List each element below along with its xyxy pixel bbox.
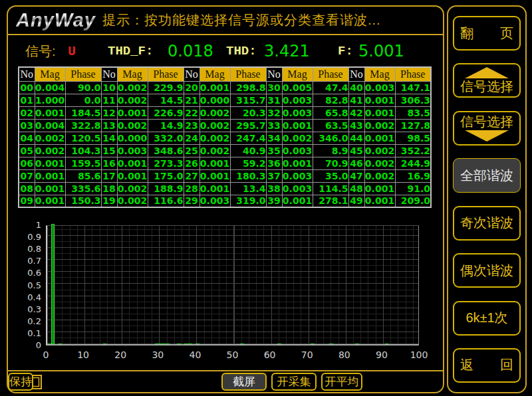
harmonic-no-cell: 21	[184, 94, 200, 106]
harmonic-phase-cell: 70.9	[313, 157, 348, 169]
table-header-row: NoMagPhaseNoMagPhaseNoMagPhaseNoMagPhase…	[19, 67, 431, 81]
harmonic-mag-cell: 0.001	[35, 195, 65, 207]
harmonic-bar	[240, 344, 244, 344]
harmonic-phase-cell: 16.9	[395, 169, 431, 182]
harmonic-mag-cell: 0.001	[282, 157, 313, 169]
col-header-mag: Mag	[282, 67, 313, 81]
harmonic-phase-cell: 59.2	[230, 157, 266, 169]
harmonic-mag-cell: 0.004	[35, 81, 65, 94]
signal-select-down-button[interactable]: 信号选择	[453, 111, 521, 146]
return-button[interactable]: 返 回	[453, 348, 521, 383]
y-axis-tick-label: 0.3	[13, 304, 41, 314]
page-flip-button[interactable]: 翻 页	[453, 16, 521, 50]
arrow-up-icon	[465, 67, 509, 78]
bottom-bar: 截屏开采集开平均保持	[8, 370, 443, 392]
harmonic-phase-cell: 98.5	[395, 132, 431, 144]
table-row: 020.001184.5120.001226.9220.00220.3320.0…	[19, 106, 431, 119]
harmonic-bar	[355, 344, 359, 344]
harmonic-mag-cell: 0.001	[200, 169, 230, 182]
col-header-mag: Mag	[200, 67, 230, 81]
col-header-phase: Phase	[230, 67, 266, 81]
main-panel: AnyWay 提示：按功能键选择信号源或分类查看谐波... 信号: U THD_…	[7, 5, 444, 393]
harmonic-no-cell: 15	[101, 144, 117, 157]
harmonic-no-cell: 41	[348, 94, 364, 106]
harmonic-no-cell: 42	[348, 106, 364, 119]
harmonic-no-cell: 40	[348, 81, 364, 94]
harmonic-phase-cell: 273.3	[148, 157, 184, 169]
y-axis-tick-label: 0.5	[13, 280, 41, 290]
odd-harmonics-button[interactable]: 奇次谐波	[453, 206, 521, 241]
harmonic-mag-cell: 0.002	[364, 144, 395, 157]
x-axis-tick-label: 50	[221, 349, 245, 360]
harmonic-no-cell: 13	[101, 119, 117, 132]
harmonic-phase-cell: 229.9	[148, 81, 184, 94]
harmonic-mag-cell: 0.002	[35, 144, 65, 157]
harmonic-mag-cell: 0.000	[200, 94, 230, 106]
harmonic-no-cell: 02	[19, 106, 35, 119]
harmonic-phase-cell: 65.8	[313, 106, 348, 119]
harmonic-phase-cell: 352.2	[395, 144, 431, 157]
harmonic-bar	[184, 344, 188, 344]
6k-plus-minus-1-button[interactable]: 6k±1次	[453, 301, 521, 336]
harmonic-mag-cell: 0.001	[117, 106, 148, 119]
harmonic-no-cell: 10	[101, 81, 117, 94]
harmonic-mag-cell: 0.002	[200, 106, 230, 119]
harmonic-bar	[158, 344, 162, 344]
button-label: 信号选择	[460, 80, 513, 94]
harmonic-mag-cell: 0.002	[200, 144, 230, 157]
harmonic-no-cell: 16	[101, 157, 117, 169]
harmonic-mag-cell: 0.002	[282, 132, 313, 144]
harmonic-no-cell: 28	[184, 182, 200, 195]
x-axis-tick-label: 90	[370, 349, 394, 360]
harmonic-mag-cell: 0.002	[200, 119, 230, 132]
thdf-value: 0.018	[168, 42, 213, 60]
start-acquisition-button[interactable]: 开采集	[271, 373, 317, 391]
harmonic-mag-cell: 0.001	[200, 81, 230, 94]
x-axis-tick-label: 40	[183, 349, 207, 360]
col-header-phase: Phase	[313, 67, 348, 81]
all-harmonics-button[interactable]: 全部谐波	[453, 158, 521, 193]
col-header-mag: Mag	[35, 67, 65, 81]
harmonic-phase-cell: 47.4	[313, 81, 348, 94]
hold-button[interactable]: 保持	[8, 373, 33, 391]
harmonic-phase-cell: 184.5	[65, 106, 101, 119]
hint-text: 提示：按功能键选择信号源或分类查看谐波...	[102, 11, 381, 29]
screenshot-button[interactable]: 截屏	[221, 373, 267, 391]
button-label: 信号选择	[460, 115, 513, 129]
start-averaging-button[interactable]: 开平均	[321, 373, 362, 391]
harmonic-mag-cell: 0.002	[364, 119, 395, 132]
harmonic-mag-cell: 0.001	[282, 119, 313, 132]
signal-label: 信号:	[25, 43, 56, 60]
harmonic-mag-cell: 0.003	[117, 144, 148, 157]
harmonic-mag-cell: 0.002	[117, 182, 148, 195]
harmonic-phase-cell: 319.0	[230, 195, 266, 207]
harmonic-phase-cell: 322.8	[65, 119, 101, 132]
y-axis-tick-label: 0	[13, 340, 41, 350]
harmonic-no-cell: 00	[19, 81, 35, 94]
x-axis-tick-label: 70	[295, 349, 319, 360]
harmonic-bar	[277, 344, 281, 344]
harmonic-no-cell: 23	[184, 119, 200, 132]
harmonic-phase-cell: 40.9	[230, 144, 266, 157]
harmonic-phase-cell: 14.9	[148, 119, 184, 132]
harmonic-bar	[51, 224, 55, 344]
harmonic-mag-cell: 0.001	[364, 106, 395, 119]
harmonic-no-cell: 44	[348, 132, 364, 144]
even-harmonics-button[interactable]: 偶次谐波	[453, 253, 521, 288]
plot-area	[46, 225, 419, 346]
signal-select-up-button[interactable]: 信号选择	[453, 63, 521, 98]
harmonic-phase-cell: 35.0	[313, 169, 348, 182]
harmonic-phase-cell: 63.5	[313, 119, 348, 132]
harmonic-phase-cell: 348.6	[148, 144, 184, 157]
y-axis-tick-label: 0.1	[13, 328, 41, 338]
anyway-logo: AnyWay	[16, 9, 96, 31]
harmonic-mag-cell: 1.000	[35, 94, 65, 106]
status-bar: 信号: U THD_F: 0.018 THD: 3.421 F: 5.001	[8, 37, 443, 66]
col-header-phase: Phase	[148, 67, 184, 81]
button-label: 翻 页	[460, 27, 513, 41]
col-header-no: No	[348, 67, 364, 81]
harmonic-no-cell: 47	[348, 169, 364, 182]
harmonic-mag-cell: 0.001	[364, 132, 395, 144]
harmonic-no-cell: 43	[348, 119, 364, 132]
table-row: 090.001150.3190.002116.6290.003319.0390.…	[19, 195, 431, 207]
